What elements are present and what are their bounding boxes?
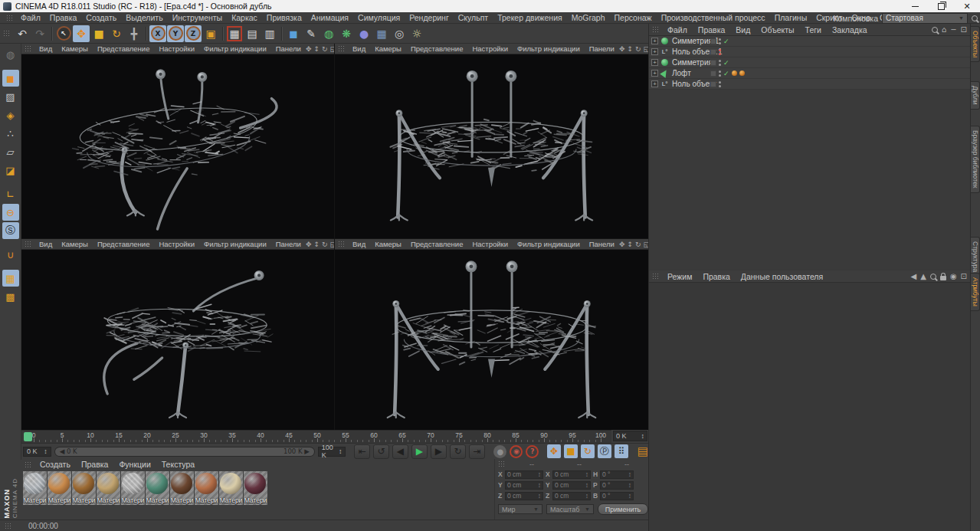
editor-visibility-dot[interactable] [719, 60, 721, 62]
live-selection-icon[interactable]: ↖ [55, 25, 72, 42]
grip-handle[interactable] [338, 45, 344, 52]
editor-visibility-dot[interactable] [719, 38, 721, 41]
magnet-snap-icon[interactable]: ∪ [2, 246, 19, 263]
expand-icon[interactable]: + [651, 38, 658, 44]
viewport-menu-item[interactable]: Панели [271, 240, 306, 248]
play-backwards-button[interactable]: ↺ [373, 444, 389, 459]
edges-mode-icon[interactable]: ▱ [2, 143, 19, 160]
panel-tab-Объекты[interactable]: Объекты [971, 26, 980, 62]
metaball-icon[interactable]: ● [356, 25, 372, 42]
material-thumbnail[interactable]: Матери [195, 471, 218, 505]
coordinate-field[interactable]: 0 °↕ [600, 492, 634, 500]
material-thumbnail[interactable]: Матери [72, 471, 96, 505]
key-rotation-toggle[interactable]: ↻ [581, 444, 595, 458]
enabled-check-icon[interactable]: ✓ [723, 70, 729, 77]
polygons-mode-icon[interactable]: ◪ [2, 162, 19, 179]
grip-handle[interactable] [652, 26, 658, 33]
viewport-menu-item[interactable]: Фильтр индикации [513, 44, 585, 53]
search-icon[interactable] [932, 27, 938, 33]
enabled-check-icon[interactable]: ✓ [723, 59, 729, 67]
viewport-menu-item[interactable]: Вид [34, 44, 57, 53]
object-manager-menu-item[interactable]: Вид [730, 25, 755, 34]
lock-icon[interactable] [940, 276, 946, 280]
grip-handle[interactable] [5, 523, 11, 529]
material-thumbnail[interactable]: Матери [121, 471, 145, 505]
spinner-icon[interactable]: ↕ [585, 481, 588, 489]
goto-start-button[interactable]: ⇤ [354, 444, 370, 459]
menu-item[interactable]: Привязка [262, 13, 306, 22]
pen-spline-icon[interactable]: ✎ [303, 25, 320, 42]
spinner-icon[interactable]: ↕ [538, 492, 541, 500]
object-row[interactable]: +LºНоль объект.1 [649, 47, 970, 57]
viewport-menu-item[interactable]: Вид [348, 44, 370, 53]
viewport-menu-item[interactable]: Представление [406, 240, 468, 248]
loop-button[interactable]: ↻ [450, 444, 466, 459]
layer-chip[interactable] [710, 70, 716, 77]
history-forward-icon[interactable]: ▲ [920, 273, 926, 280]
viewport-menu-item[interactable]: Панели [585, 44, 619, 53]
material-thumbnail[interactable]: Матери [170, 471, 194, 505]
coordinate-space-select[interactable]: Мир ▼ [498, 504, 542, 514]
zoom-view-icon[interactable]: ↕ [627, 45, 633, 53]
panel-tab-Дубли[interactable]: Дубли [971, 81, 980, 109]
viewport-menu-item[interactable]: Настройки [467, 44, 513, 53]
coordinate-field[interactable]: 0 cm↕ [505, 481, 543, 490]
last-tool-icon[interactable]: ╋ [126, 25, 143, 42]
sync-icon[interactable]: ◉ [950, 273, 957, 280]
undo-icon[interactable]: ↶ [14, 25, 31, 42]
spinner-icon[interactable]: ↕ [44, 447, 48, 455]
material-thumbnail[interactable]: Матери [48, 471, 71, 505]
float-icon[interactable]: ⊡ [961, 273, 967, 280]
visibility-dots[interactable] [719, 49, 721, 55]
rotate-icon[interactable]: ↻ [108, 25, 125, 42]
material-thumbnail[interactable]: Матери [244, 471, 267, 505]
enabled-check-icon[interactable]: ✓ [723, 38, 729, 45]
rotate-view-icon[interactable]: ↻ [322, 45, 328, 53]
move-icon[interactable]: ✥ [73, 25, 90, 42]
coordinate-field[interactable]: 0 cm↕ [552, 481, 591, 490]
attribute-manager-menu-item[interactable]: Правка [697, 272, 735, 281]
render-visibility-dot[interactable] [719, 74, 721, 77]
workplane-snap-icon[interactable]: ▩ [2, 288, 19, 305]
viewport-menu-item[interactable]: Камеры [57, 44, 93, 53]
spinner-icon[interactable]: ↕ [641, 432, 645, 440]
timeline-ruler[interactable]: 0510152025303540455055606570758085909510… [21, 430, 611, 443]
layer-chip[interactable] [710, 49, 716, 55]
spinner-icon[interactable]: ↕ [585, 470, 588, 478]
object-row[interactable]: +Симметрия✓ [649, 57, 970, 68]
material-menu-item[interactable]: Правка [76, 460, 113, 469]
material-thumbnail[interactable]: Матери [97, 471, 120, 505]
object-manager-menu-item[interactable]: Правка [693, 25, 730, 34]
object-manager-menu-item[interactable]: Закладка [827, 25, 873, 34]
record-keyframe-button[interactable]: ● [493, 445, 506, 458]
layer-chip[interactable] [710, 38, 716, 44]
spinner-icon[interactable]: ↕ [628, 470, 631, 478]
rotate-view-icon[interactable]: ↻ [635, 45, 641, 53]
sculpt-mode-icon[interactable]: ◍ [2, 46, 19, 63]
spinner-icon[interactable]: ↕ [628, 481, 631, 489]
viewport-menu-item[interactable]: Фильтр индикации [199, 44, 271, 53]
editor-visibility-dot[interactable] [719, 81, 721, 84]
expand-icon[interactable]: + [651, 48, 658, 55]
maximize-view-icon[interactable]: ◱ [330, 241, 334, 248]
attribute-manager-menu-item[interactable]: Данные пользователя [736, 272, 828, 281]
menu-item[interactable]: Создать [81, 13, 121, 22]
layout-select[interactable]: Стартовая ▼ [882, 13, 968, 24]
spinner-icon[interactable]: ↕ [585, 492, 588, 500]
viewport-menu-item[interactable]: Камеры [370, 44, 406, 53]
history-back-icon[interactable]: ◀ [910, 273, 916, 280]
timeline-cursor[interactable] [24, 432, 32, 441]
render-settings-icon[interactable]: ▥ [261, 25, 278, 42]
coordinate-system-icon[interactable]: ▣ [202, 25, 219, 42]
restore-button[interactable] [928, 0, 954, 12]
viewport-menu-item[interactable]: Представление [406, 44, 468, 53]
lock-z-icon[interactable]: Z [185, 25, 202, 42]
viewport-menu-item[interactable]: Настройки [154, 44, 199, 53]
material-thumbnail[interactable]: Матери [146, 471, 169, 505]
menu-item[interactable]: Правка [45, 13, 81, 22]
object-row[interactable]: +Симметрия.1✓ [649, 36, 970, 47]
object-row[interactable]: +LºНоль объект [649, 79, 970, 90]
scale-icon[interactable]: ■ [90, 25, 107, 42]
previous-frame-button[interactable]: ◀ [392, 444, 408, 459]
rotate-view-icon[interactable]: ↻ [635, 241, 641, 248]
